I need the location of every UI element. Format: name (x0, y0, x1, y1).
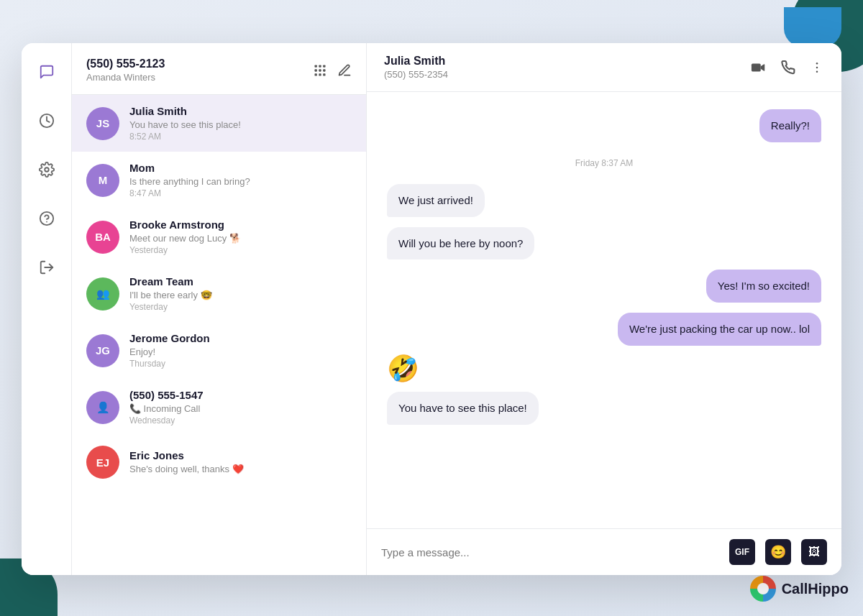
avatar-unknown-caller: 👤 (86, 391, 119, 424)
svg-rect-13 (752, 63, 761, 71)
contact-time-mom: 8:47 AM (129, 188, 352, 198)
svg-point-0 (45, 167, 49, 172)
avatar-julia-smith: JS (86, 107, 119, 140)
video-call-button[interactable] (751, 60, 767, 75)
contact-name-mom: Mom (129, 162, 352, 174)
sidebar-item-settings[interactable] (32, 155, 61, 184)
contacts-header-actions (313, 63, 352, 78)
voice-call-button[interactable] (781, 60, 795, 75)
avatar-dream-team: 👥 (86, 277, 119, 311)
avatar-brooke-armstrong: BA (86, 221, 119, 254)
brand-logo-icon (750, 576, 776, 602)
contact-item-unknown-caller[interactable]: 👤 (550) 555-1547 📞 Incoming Call Wednesd… (72, 379, 366, 436)
contact-info-jerome-gordon: Jerome Gordon Enjoy! Thursday (129, 332, 352, 369)
sidebar-item-messages[interactable] (32, 58, 61, 86)
compose-button[interactable] (337, 63, 352, 78)
contact-info-mom: Mom Is there anything I can bring? 8:47 … (129, 162, 352, 198)
contact-time-jerome-gordon: Thursday (129, 359, 352, 369)
contacts-list: JS Julia Smith You have to see this plac… (72, 95, 366, 575)
svg-point-15 (816, 66, 818, 68)
contact-info-dream-team: Dream Team I'll be there early 🤓 Yesterd… (129, 275, 352, 312)
svg-rect-9 (323, 69, 325, 71)
contact-time-unknown-caller: Wednesday (129, 415, 352, 426)
contact-item-dream-team[interactable]: 👥 Dream Team I'll be there early 🤓 Yeste… (72, 265, 366, 322)
user-name: Amanda Winters (86, 72, 165, 83)
svg-rect-4 (315, 65, 317, 67)
sidebar-item-logout[interactable] (32, 253, 61, 282)
emoji-message-6: 🤣 (387, 356, 419, 382)
message-row-4: Yes! I'm so excited! (387, 270, 821, 303)
message-row-2: We just arrived! (387, 184, 821, 217)
message-input[interactable] (381, 546, 719, 558)
contact-name-unknown-caller: (550) 555-1547 (129, 389, 352, 401)
chat-contact-phone: (550) 555-2354 (384, 69, 448, 80)
contact-name-brooke-armstrong: Brooke Armstrong (129, 219, 352, 231)
contact-preview-unknown-caller: 📞 Incoming Call (129, 403, 352, 414)
contact-time-julia-smith: 8:52 AM (129, 132, 352, 142)
contacts-header: (550) 555-2123 Amanda Winters (72, 43, 366, 95)
message-bubble-4: Yes! I'm so excited! (706, 270, 821, 303)
svg-rect-12 (323, 73, 325, 75)
message-input-bar: GIF 😊 🖼 (367, 528, 841, 575)
chat-contact-name: Julia Smith (384, 55, 448, 68)
contact-item-jerome-gordon[interactable]: JG Jerome Gordon Enjoy! Thursday (72, 322, 366, 379)
brand-area: CallHippo (750, 576, 849, 602)
sidebar-nav (22, 43, 72, 575)
contact-name-dream-team: Dream Team (129, 275, 352, 288)
svg-rect-7 (315, 69, 317, 71)
contact-preview-dream-team: I'll be there early 🤓 (129, 290, 352, 300)
message-bubble-0: Really?! (759, 109, 821, 142)
contacts-panel: (550) 555-2123 Amanda Winters (72, 43, 367, 575)
message-bubble-5: We're just packing the car up now.. lol (618, 313, 821, 346)
contact-info-brooke-armstrong: Brooke Armstrong Meet our new dog Lucy 🐕… (129, 219, 352, 255)
more-options-button[interactable] (810, 60, 824, 75)
contact-item-mom[interactable]: M Mom Is there anything I can bring? 8:4… (72, 152, 366, 208)
chat-header-actions (751, 60, 824, 75)
svg-point-16 (816, 70, 818, 73)
avatar-jerome-gordon: JG (86, 334, 119, 367)
svg-rect-11 (319, 73, 321, 75)
message-row-3: Will you be here by noon? (387, 227, 821, 260)
message-row-5: We're just packing the car up now.. lol (387, 313, 821, 346)
contact-name-jerome-gordon: Jerome Gordon (129, 332, 352, 344)
avatar-mom: M (86, 164, 119, 197)
avatar-eric-jones: EJ (86, 446, 119, 479)
message-bubble-7: You have to see this place! (387, 392, 539, 425)
messages-area: Really?!Friday 8:37 AMWe just arrived!Wi… (367, 92, 841, 528)
contact-item-brooke-armstrong[interactable]: BA Brooke Armstrong Meet our new dog Luc… (72, 208, 366, 265)
message-row-7: You have to see this place! (387, 392, 821, 425)
phone-number: (550) 555-2123 (86, 58, 165, 70)
contact-time-dream-team: Yesterday (129, 302, 352, 312)
chat-panel: Julia Smith (550) 555-2354 (367, 43, 841, 575)
contact-name-eric-jones: Eric Jones (129, 449, 352, 461)
contact-info-eric-jones: Eric Jones She's doing well, thanks ❤️ (129, 449, 352, 476)
svg-rect-8 (319, 69, 321, 71)
image-button[interactable]: 🖼 (801, 539, 827, 565)
gif-button[interactable]: GIF (729, 539, 755, 565)
contact-info-julia-smith: Julia Smith You have to see this place! … (129, 105, 352, 142)
app-window: (550) 555-2123 Amanda Winters (22, 43, 841, 575)
message-bubble-2: We just arrived! (387, 184, 485, 217)
message-row-0: Really?! (387, 109, 821, 142)
emoji-button[interactable]: 😊 (765, 539, 791, 565)
svg-rect-5 (319, 65, 321, 67)
contact-item-julia-smith[interactable]: JS Julia Smith You have to see this plac… (72, 95, 366, 152)
contact-preview-mom: Is there anything I can bring? (129, 176, 352, 187)
svg-point-14 (816, 62, 818, 64)
sidebar-item-analytics[interactable] (32, 106, 61, 135)
contact-preview-eric-jones: She's doing well, thanks ❤️ (129, 464, 352, 474)
keypad-button[interactable] (313, 63, 327, 78)
brand-name: CallHippo (782, 581, 849, 597)
contact-item-eric-jones[interactable]: EJ Eric Jones She's doing well, thanks ❤… (72, 436, 366, 489)
svg-rect-10 (315, 73, 317, 75)
date-divider-1: Friday 8:37 AM (387, 158, 821, 168)
chat-contact-info: Julia Smith (550) 555-2354 (384, 55, 448, 80)
sidebar-item-help[interactable] (32, 204, 61, 233)
chat-header: Julia Smith (550) 555-2354 (367, 43, 841, 92)
svg-rect-6 (323, 65, 325, 67)
contact-info-unknown-caller: (550) 555-1547 📞 Incoming Call Wednesday (129, 389, 352, 426)
contact-preview-brooke-armstrong: Meet our new dog Lucy 🐕 (129, 233, 352, 244)
contact-preview-julia-smith: You have to see this place! (129, 119, 352, 130)
message-bubble-3: Will you be here by noon? (387, 227, 534, 260)
contact-time-brooke-armstrong: Yesterday (129, 245, 352, 255)
